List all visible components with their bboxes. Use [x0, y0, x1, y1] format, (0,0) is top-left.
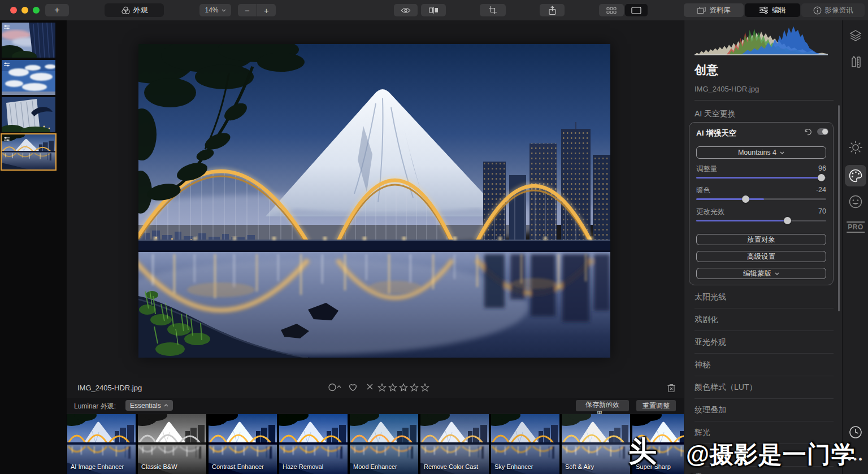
edited-badge-icon [3, 24, 10, 30]
essentials-section-button[interactable] [848, 140, 863, 155]
warmth-slider[interactable] [696, 198, 826, 200]
preset-classic-bw[interactable]: Classic B&W [138, 414, 206, 474]
slider-fill [696, 177, 821, 179]
clear-rating-button[interactable] [366, 383, 374, 390]
panel-scrollbar[interactable] [838, 105, 840, 311]
slider-thumb[interactable] [784, 217, 791, 224]
save-new-look-button[interactable]: 保存新的效果... [576, 400, 629, 411]
window-zoom-button[interactable] [33, 7, 40, 14]
image-filename: IMG_2405-HDR.jpg [77, 384, 142, 392]
slider-thumb[interactable] [818, 174, 825, 181]
reset-tool-button[interactable] [804, 128, 811, 136]
tool-texture-overlay[interactable]: 纹理叠加 [695, 399, 834, 421]
chevron-down-icon [222, 9, 226, 12]
quick-preview-button[interactable] [394, 4, 418, 16]
canvas-tools-button[interactable] [849, 55, 862, 69]
slider-thumb[interactable] [742, 195, 749, 203]
zoom-in-button[interactable]: + [257, 4, 276, 16]
card-title: AI 增强天空 [696, 128, 736, 138]
star-icon [377, 383, 387, 392]
tool-mystical[interactable]: 神秘 [695, 354, 834, 376]
preset-super-sharp[interactable]: Super Sharp [632, 414, 684, 474]
filmstrip-thumbnail-2[interactable] [2, 60, 55, 95]
rgb-circles-icon [121, 6, 131, 15]
single-image-view-button[interactable] [625, 4, 648, 16]
chevron-down-icon [780, 151, 784, 154]
plus-icon: + [54, 5, 59, 15]
tool-dramatic[interactable]: 戏剧化 [695, 308, 834, 331]
thumbnail-modern-building [2, 97, 55, 132]
star-icon [388, 383, 397, 392]
slider-label-row: 更改光效 70 [696, 207, 826, 215]
add-photos-button[interactable]: + [45, 4, 69, 16]
undo-icon [804, 128, 811, 136]
crop-button[interactable] [480, 4, 506, 16]
tool-sunrays[interactable]: 太阳光线 [695, 286, 834, 308]
window-minimize-button[interactable] [21, 7, 28, 14]
tool-matte-look[interactable]: 亚光外观 [695, 331, 834, 354]
edit-history-button[interactable] [848, 425, 863, 440]
info-icon [813, 6, 822, 15]
photo-fuji-bridge[interactable] [138, 44, 610, 358]
tab-image-info[interactable]: 影像资讯 [801, 3, 865, 17]
slider-fill [696, 220, 787, 221]
creative-section-button-active[interactable] [845, 165, 866, 186]
professional-section-button[interactable]: PRO [847, 221, 865, 233]
tool-fog[interactable]: 雾 [695, 467, 834, 474]
edit-mask-button[interactable]: 编辑蒙版 [696, 268, 826, 279]
tool-glow[interactable]: 辉光 [695, 421, 834, 444]
star-icon [410, 383, 419, 392]
portrait-section-button[interactable] [848, 194, 863, 209]
filmstrip-thumbnail-3[interactable] [2, 97, 55, 132]
tool-color-styles-lut[interactable]: 颜色样式（LUT） [695, 376, 834, 399]
heart-icon [348, 383, 358, 392]
eye-icon [401, 7, 411, 14]
share-icon [548, 6, 557, 15]
tab-library[interactable]: 资料库 [684, 3, 744, 17]
preset-sky-enhancer[interactable]: Sky Enhancer [491, 414, 559, 474]
pen-ruler-icon [849, 55, 862, 69]
filmstrip-thumbnail-1[interactable] [2, 23, 55, 58]
preset-haze-removal[interactable]: Haze Removal [279, 414, 348, 474]
clock-icon [848, 425, 863, 440]
star-rating[interactable] [377, 383, 429, 392]
place-object-button[interactable]: 放置对象 [696, 234, 826, 245]
tool-ai-sky-replacement[interactable]: AI 天空更换 [695, 105, 834, 122]
creative-tool-list: 太阳光线 戏剧化 亚光外观 神秘 颜色样式（LUT） 纹理叠加 辉光 雾 [695, 286, 834, 474]
layers-button[interactable] [849, 29, 862, 42]
window-close-button[interactable] [10, 7, 17, 14]
zoom-out-button[interactable]: − [238, 4, 257, 16]
panel-title: 创意 [695, 62, 718, 78]
looks-toggle-button[interactable]: 外观 [105, 3, 164, 17]
relight-slider[interactable] [696, 220, 826, 221]
single-view-icon [631, 7, 641, 14]
advanced-settings-button[interactable]: 高级设置 [696, 251, 826, 262]
tool-row[interactable] [695, 444, 834, 467]
color-label-circle-icon [328, 383, 341, 392]
library-icon [697, 6, 706, 14]
preset-soft-airy[interactable]: Soft & Airy [562, 414, 630, 474]
delete-photo-button[interactable] [667, 383, 676, 393]
filmstrip-thumbnail-4-selected[interactable] [2, 134, 55, 169]
preset-contrast-enhancer[interactable]: Contrast Enhancer [209, 414, 277, 474]
compare-before-after-button[interactable] [421, 4, 446, 16]
sky-style-dropdown[interactable]: Mountains 4 [696, 146, 826, 159]
preset-remove-color-cast[interactable]: Remove Color Cast [420, 414, 489, 474]
reset-adjustments-button[interactable]: 重置调整 [636, 400, 676, 411]
color-label-button[interactable] [328, 383, 341, 392]
tab-edit[interactable]: 编辑 [745, 3, 800, 17]
amount-slider[interactable] [696, 177, 826, 179]
looks-collection-dropdown[interactable]: Essentials [125, 400, 173, 411]
preset-mood-enhancer[interactable]: Mood Enhancer [350, 414, 418, 474]
tool-enabled-toggle[interactable] [817, 128, 828, 135]
export-share-button[interactable] [540, 4, 565, 16]
looks-label: Luminar 外观: [74, 402, 116, 411]
zoom-level-dropdown[interactable]: 14% [199, 4, 231, 16]
favorite-button[interactable] [348, 383, 358, 392]
gallery-view-button[interactable] [599, 4, 624, 16]
ai-augmented-sky-card: AI 增强天空 Mountains 4 调整量 96 暖 [689, 122, 834, 285]
divider [695, 100, 834, 101]
edited-badge-icon [3, 62, 10, 67]
smiley-icon [848, 194, 863, 209]
preset-ai-image-enhancer[interactable]: AI Image Enhancer [67, 414, 136, 474]
